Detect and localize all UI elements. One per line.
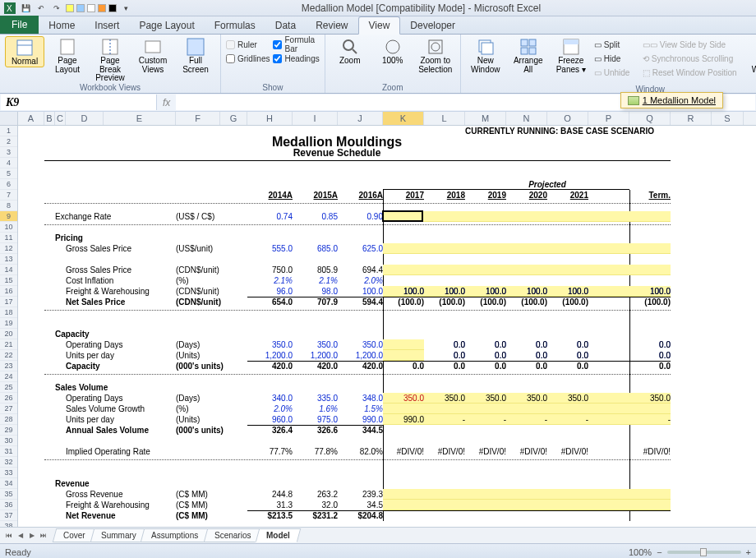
custom-views-button[interactable]: Custom Views [133,36,173,74]
qat-color5-icon[interactable] [108,4,117,12]
col-header-F[interactable]: F [176,112,220,125]
col-header-S[interactable]: S [712,112,744,125]
name-box-input[interactable] [6,96,151,109]
row-header-1[interactable]: 1 [0,126,17,136]
row-header-34[interactable]: 34 [0,478,17,489]
col-header-C[interactable]: C [55,112,66,125]
qat-color4-icon[interactable] [98,4,106,12]
row-header-7[interactable]: 7 [0,190,17,201]
row-header-14[interactable]: 14 [0,265,17,275]
row-header-9[interactable]: 9 [0,211,17,222]
tab-developer[interactable]: Developer [400,17,465,34]
sheet-tab-summary[interactable]: Summary [90,528,146,542]
tab-page-layout[interactable]: Page Layout [129,17,204,34]
freeze-panes-button[interactable]: Freeze Panes ▾ [551,36,591,74]
col-header-D[interactable]: D [66,112,104,125]
row-header-3[interactable]: 3 [0,147,17,158]
input-cell[interactable] [383,500,629,510]
tab-nav-last[interactable]: ⏭ [38,530,49,542]
input-cell[interactable] [383,489,629,500]
row-header-2[interactable]: 2 [0,136,17,147]
col-header-Q[interactable]: Q [629,112,671,125]
row-header-30[interactable]: 30 [0,436,17,446]
zoom-100-button[interactable]: 100% [373,36,413,66]
col-header-K[interactable]: K [383,112,424,125]
sheet-tab-scenarios[interactable]: Scenarios [203,528,261,542]
normal-view-button[interactable]: Normal [5,36,44,67]
name-box[interactable] [1,95,157,110]
col-header-H[interactable]: H [247,112,293,125]
row-header-4[interactable]: 4 [0,158,17,168]
row-header-22[interactable]: 22 [0,350,17,361]
save-workspace-button[interactable]: Save Workspace [753,36,756,74]
row-header-21[interactable]: 21 [0,339,17,350]
new-window-button[interactable]: New Window [466,36,505,74]
input-cell[interactable] [629,265,671,275]
sheet-tab-assumptions[interactable]: Assumptions [141,528,210,542]
tab-insert[interactable]: Insert [85,17,129,34]
input-cell[interactable] [629,211,671,222]
row-header-12[interactable]: 12 [0,243,17,254]
row-header-15[interactable]: 15 [0,275,17,286]
hide-button[interactable]: ▭ Hide [594,52,639,65]
row-header-25[interactable]: 25 [0,382,17,393]
input-cell[interactable] [629,489,671,500]
tab-nav-next[interactable]: ▶ [26,530,38,542]
col-header-E[interactable]: E [104,112,176,125]
row-header-11[interactable]: 11 [0,233,17,243]
input-cell[interactable] [383,243,629,254]
ruler-checkbox[interactable]: Ruler [226,38,270,51]
input-cell[interactable] [629,243,671,254]
col-header-A[interactable]: A [18,112,44,125]
sheet-tab-cover[interactable]: Cover [53,528,96,542]
qat-more-icon[interactable]: ▾ [119,2,132,15]
row-header-18[interactable]: 18 [0,307,17,318]
row-header-37[interactable]: 37 [0,510,17,521]
input-cell[interactable] [383,339,424,350]
input-cell[interactable] [383,350,424,361]
row-header-26[interactable]: 26 [0,393,17,404]
fx-icon[interactable]: fx [163,97,170,108]
row-header-23[interactable]: 23 [0,361,17,371]
col-header-I[interactable]: I [293,112,338,125]
col-header-O[interactable]: O [547,112,588,125]
col-header-B[interactable]: B [44,112,55,125]
input-cell[interactable] [629,404,671,414]
zoom-to-selection-button[interactable]: Zoom to Selection [416,36,455,74]
redo-icon[interactable]: ↷ [50,2,63,15]
row-header-27[interactable]: 27 [0,404,17,414]
tab-nav-prev[interactable]: ◀ [15,530,26,542]
formula-bar-checkbox[interactable]: Formula Bar [273,38,319,51]
row-header-28[interactable]: 28 [0,414,17,425]
input-cell[interactable] [383,265,629,275]
zoom-button[interactable]: Zoom [330,36,370,66]
col-header-M[interactable]: M [465,112,506,125]
row-header-29[interactable]: 29 [0,425,17,436]
tab-home[interactable]: Home [39,17,85,34]
col-header-L[interactable]: L [424,112,465,125]
sheet-tab-model[interactable]: Model [256,528,301,542]
row-header-24[interactable]: 24 [0,371,17,382]
row-header-5[interactable]: 5 [0,168,17,179]
row-header-33[interactable]: 33 [0,468,17,478]
page-layout-button[interactable]: Page Layout [48,36,87,74]
input-cell[interactable] [629,500,671,510]
row-header-38[interactable]: 38 [0,521,17,527]
col-header-N[interactable]: N [506,112,547,125]
gridlines-checkbox[interactable]: Gridlines [226,52,270,65]
qat-color2-icon[interactable] [76,4,85,12]
selected-cell[interactable] [382,210,423,222]
row-header-36[interactable]: 36 [0,500,17,510]
col-header-R[interactable]: R [671,112,712,125]
zoom-level[interactable]: 100% [629,547,652,557]
row-header-13[interactable]: 13 [0,254,17,265]
tab-review[interactable]: Review [306,17,357,34]
switch-windows-dropdown[interactable]: 1 Medallion Model [620,92,723,108]
row-header-20[interactable]: 20 [0,329,17,339]
full-screen-button[interactable]: Full Screen [176,36,215,74]
arrange-all-button[interactable]: Arrange All [509,36,548,74]
split-button[interactable]: ▭ Split [594,38,639,51]
file-tab[interactable]: File [0,16,39,34]
row-header-8[interactable]: 8 [0,201,17,211]
col-header-P[interactable]: P [588,112,629,125]
